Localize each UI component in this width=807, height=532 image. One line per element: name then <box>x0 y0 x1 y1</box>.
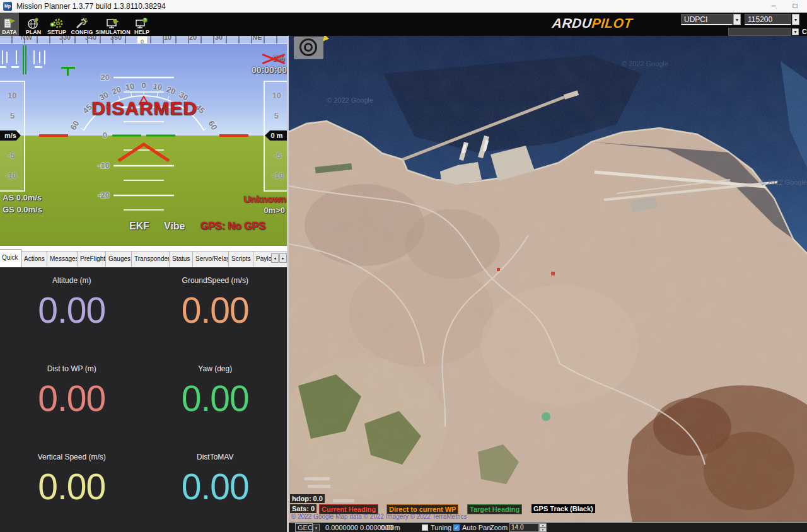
satellite-map[interactable]: © 2022 Google © 2022 Google © 2022 Googl… <box>289 36 807 522</box>
flight-mode: Unknown <box>244 194 287 204</box>
toolbar-button-config[interactable]: CONFIG <box>69 13 95 36</box>
svg-text:?: ? <box>144 18 146 22</box>
zoom-input[interactable]: 14.0 <box>509 523 539 532</box>
quick-label: Vertical Speed (m/s) <box>38 453 106 461</box>
tab-servo-relay[interactable]: Servo/Relay <box>192 251 233 267</box>
app-icon: Mp <box>3 2 12 11</box>
tab-preflight[interactable]: PreFlight <box>77 251 108 267</box>
quick-value: 0.00 <box>38 466 105 507</box>
vibe-indicator[interactable]: Vibe <box>164 221 185 232</box>
tab-scroll-left[interactable]: ◂ <box>271 253 279 263</box>
hdop-readout: hdop: 0.0 <box>290 494 325 503</box>
data-icon <box>3 18 16 29</box>
toolbar-label: HELP <box>134 29 149 35</box>
tab-transponder[interactable]: Transponder <box>131 251 173 267</box>
toolbar-button-simulation[interactable]: SIMULATION <box>96 13 130 36</box>
quick-cell[interactable]: DistToMAV 0.00 <box>144 444 287 532</box>
port-select[interactable]: UDPCI <box>681 14 733 25</box>
gps-status: GPS: No GPS <box>200 221 265 232</box>
quick-cell[interactable]: Yaw (deg) 0.00 <box>144 356 287 444</box>
legend-target-heading: Target Heading <box>467 504 522 514</box>
ekf-indicator[interactable]: EKF <box>129 221 149 232</box>
speed-tape-label: -10 <box>5 171 17 180</box>
svg-text:0: 0 <box>141 81 146 90</box>
toolbar-button-plan[interactable]: PLAN <box>21 13 46 36</box>
autopan-label: Auto Pan <box>462 523 491 532</box>
quick-label: GroundSpeed (m/s) <box>182 276 248 285</box>
tab-status[interactable]: Status <box>169 251 193 267</box>
sats-readout: Sats: 0 <box>290 504 316 513</box>
svg-text:10: 10 <box>153 81 163 92</box>
quick-label: DistToMAV <box>197 453 233 461</box>
speed-tape-label: 5 <box>10 111 15 120</box>
toolbar-label: CONFIG <box>71 29 93 35</box>
legend-gps-track: GPS Track (Black) <box>531 504 595 513</box>
alt-tape-label: 5 <box>274 111 279 120</box>
svg-text:10: 10 <box>125 81 136 92</box>
attitude-indicator: 60 45 30 20 10 0 10 20 30 45 60 <box>0 36 289 246</box>
alt-tape-label: 10 <box>272 91 281 100</box>
port-select-arrow[interactable]: ▾ <box>733 14 741 25</box>
tuning-checkbox[interactable] <box>422 524 428 531</box>
tab-gauges[interactable]: Gauges <box>105 251 134 267</box>
tab-scripts[interactable]: Scripts <box>228 251 254 267</box>
layer-select-arrow[interactable]: ▾ <box>313 524 320 531</box>
airspeed-readout: AS 0.0m/s <box>3 193 42 202</box>
simulation-icon <box>106 18 120 29</box>
baud-select-arrow[interactable]: ▾ <box>792 14 799 25</box>
google-watermark: © 2022 Google <box>327 96 373 104</box>
google-watermark: © 2022 Google <box>760 178 807 186</box>
speed-tape-label: 10 <box>8 91 16 100</box>
minimize-button[interactable]: – <box>763 0 784 13</box>
quick-cell[interactable]: GroundSpeed (m/s) 0.00 <box>144 267 287 356</box>
baud-select[interactable]: 115200 <box>745 14 791 25</box>
toolbar-button-setup[interactable]: SETUP <box>45 13 68 36</box>
svg-text:20: 20 <box>165 84 177 96</box>
zoom-spin-down[interactable]: ▾ <box>539 528 547 532</box>
connect-button[interactable]: C <box>802 28 807 35</box>
svg-text:0: 0 <box>103 130 107 140</box>
groundspeed-readout: GS 0.0m/s <box>3 205 42 214</box>
quick-panel: Altitude (m) 0.00 GroundSpeed (m/s) 0.00… <box>0 267 287 532</box>
mission-planner-window: Mp Mission Planner 1.3.77 build 1.3.8110… <box>0 0 807 532</box>
tab-scroll-right[interactable]: ▸ <box>279 253 287 263</box>
help-icon: ? <box>135 18 149 29</box>
quick-value: 0.00 <box>182 290 249 330</box>
quick-label: Dist to WP (m) <box>47 364 96 373</box>
ardupilot-logo: ARDUPILOT <box>552 16 634 31</box>
quick-value: 0.00 <box>38 290 105 330</box>
layer-select[interactable]: GEO <box>295 523 313 532</box>
toolbar-button-data[interactable]: DATA <box>0 13 19 36</box>
map-attribution: © 2022 Google Map data © 2022 Imagery © … <box>291 513 467 520</box>
secondary-select-arrow[interactable]: ▾ <box>792 28 799 35</box>
title-bar: Mp Mission Planner 1.3.77 build 1.3.8110… <box>0 0 807 13</box>
hud[interactable]: NW 330 340 350 10 20 30 NE 0 <box>0 36 289 246</box>
battery-indicator: 0% <box>259 54 287 64</box>
svg-text:20: 20 <box>101 72 110 82</box>
autopan-checkbox[interactable]: ✓ <box>453 524 460 531</box>
tuning-label: Tuning <box>431 523 451 532</box>
zoom-spin-up[interactable]: ▴ <box>539 523 547 528</box>
quick-cell[interactable]: Dist to WP (m) 0.00 <box>0 356 144 444</box>
cursor-altitude: 0.00m <box>381 523 400 532</box>
tab-actions[interactable]: Actions <box>21 251 48 267</box>
secondary-select[interactable] <box>728 28 791 36</box>
quick-value: 0.00 <box>182 466 249 507</box>
quick-value: 0.00 <box>38 378 105 419</box>
drone-position-icon <box>294 37 323 59</box>
toolbar-button-help[interactable]: ? HELP <box>131 13 153 36</box>
arm-status: DISARMED <box>0 98 289 119</box>
alt-target-readout: 0m>0 <box>264 205 285 215</box>
maximize-button[interactable]: □ <box>784 0 806 13</box>
setup-icon <box>50 18 64 29</box>
tab-strip: Quick Actions Messages PreFlight Gauges … <box>0 246 289 267</box>
aircraft-chevron <box>119 144 169 161</box>
window-title: Mission Planner 1.3.77 build 1.3.8110.38… <box>16 2 166 11</box>
tab-quick[interactable]: Quick <box>0 249 21 267</box>
toolbar-label: PLAN <box>26 29 42 35</box>
config-icon <box>75 18 89 29</box>
quick-cell[interactable]: Altitude (m) 0.00 <box>0 267 144 356</box>
main-toolbar: DATA PLAN SETUP CONFIG SIMULATION ? HELP… <box>0 13 807 36</box>
toolbar-label: DATA <box>2 29 17 35</box>
quick-cell[interactable]: Vertical Speed (m/s) 0.00 <box>0 444 144 532</box>
